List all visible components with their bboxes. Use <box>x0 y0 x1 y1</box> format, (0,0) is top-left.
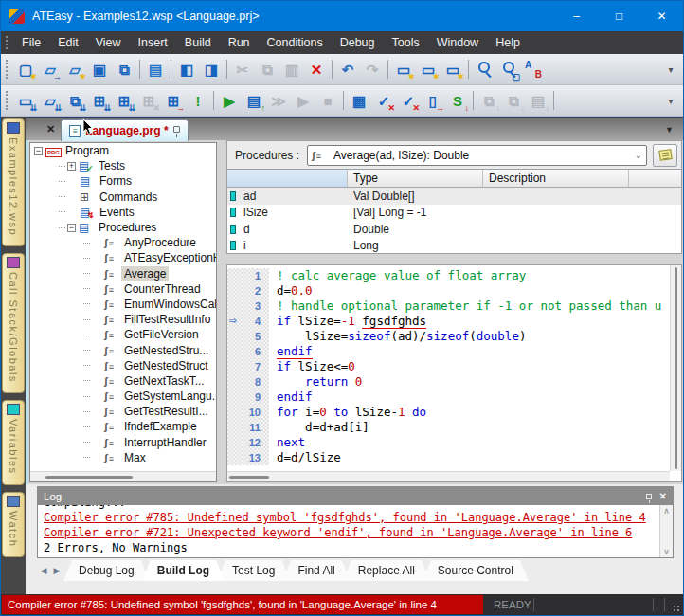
code-line-12[interactable]: 12next <box>227 435 670 450</box>
insert-child-item-icon[interactable]: ▭✶ <box>441 57 465 82</box>
new-workspace-icon[interactable]: ▱✶ <box>63 57 87 82</box>
log-tab-source-control[interactable]: Source Control <box>423 560 529 581</box>
tree-item-procedures[interactable]: −Procedures <box>30 220 216 235</box>
insert-datatable-icon[interactable]: ⊞⇊ <box>87 88 112 113</box>
code-line-7[interactable]: 7if lSize<=0 <box>227 359 670 374</box>
notes-button[interactable] <box>653 144 677 167</box>
menu-window[interactable]: Window <box>428 36 487 49</box>
tree-item-counterthread[interactable]: CounterThread <box>30 281 216 297</box>
code-line-8[interactable]: 8 return 0 <box>227 374 670 390</box>
combobox-chevron-icon[interactable]: ⌄ <box>635 150 642 160</box>
run-icon[interactable]: ▶ <box>217 88 242 113</box>
toolbar-overflow-icon-2[interactable]: ▾ <box>664 96 677 106</box>
tree-item-getnestedstruct[interactable]: GetNestedStruct <box>30 358 216 373</box>
properties-grid-icon[interactable]: ▦ <box>347 88 371 113</box>
log-tab-find-all[interactable]: Find All <box>282 560 350 581</box>
code-line-6[interactable]: 6endif <box>227 344 670 359</box>
code-line-9[interactable]: 9endif <box>227 390 670 405</box>
code-line-13[interactable]: 13d=d/lSize <box>227 450 670 465</box>
pin-icon[interactable] <box>173 126 180 133</box>
find-in-files-icon[interactable]: ▢ <box>496 57 521 82</box>
save-icon[interactable]: ▣ <box>87 57 112 82</box>
delete-icon[interactable]: ✕ <box>304 57 329 82</box>
insert-tasks-icon[interactable]: ⧉⇊ <box>63 88 87 113</box>
log-tab-test-log[interactable]: Test Log <box>217 560 290 581</box>
menu-build[interactable]: Build <box>176 36 220 49</box>
open-file-icon[interactable]: ▱→ <box>38 57 63 82</box>
tree-expander-icon[interactable]: + <box>67 162 76 171</box>
parameter-row-lSize[interactable]: lSize[Val] Long = -1 <box>227 205 681 222</box>
export-datatable-icon[interactable]: ⊞→ <box>161 88 186 113</box>
log-tab-debug-log[interactable]: Debug Log <box>63 560 150 581</box>
log-tab-build-log[interactable]: Build Log <box>142 560 225 581</box>
tree-item-program[interactable]: −Program <box>30 143 216 158</box>
tree-editor-splitter[interactable] <box>217 142 226 482</box>
maximize-button-icon[interactable]: □ <box>598 1 640 31</box>
code-line-5[interactable]: 5 lSize=sizeof(ad)/sizeof(double) <box>227 329 670 344</box>
code-line-2[interactable]: 2d=0.0 <box>227 283 670 299</box>
menu-debug[interactable]: Debug <box>332 36 384 49</box>
close-button-icon[interactable]: ✕ <box>640 1 683 31</box>
undo-icon[interactable]: ↶ <box>335 57 360 82</box>
editor-horizontal-scrollbar[interactable] <box>227 471 670 481</box>
scroll-down-icon[interactable]: ∨ <box>663 547 670 556</box>
parameter-row-d[interactable]: dDouble <box>227 221 681 238</box>
tree-item-ateasyexceptionh[interactable]: ATEasyExceptionH <box>30 250 216 265</box>
menu-edit[interactable]: Edit <box>49 36 87 49</box>
scroll-up-icon[interactable]: ∧ <box>663 506 670 516</box>
tree-item-filltestresultinfo[interactable]: FillTestResultInfo <box>30 312 216 327</box>
menu-insert[interactable]: Insert <box>130 36 176 49</box>
print-icon[interactable]: ▤ <box>143 57 168 82</box>
tabs-scroll-left-icon[interactable]: ◀ <box>37 561 50 580</box>
uncheck-all-icon[interactable]: ✓✕ <box>396 88 421 113</box>
sort-icon[interactable]: S↓ <box>445 88 470 113</box>
minimize-button-icon[interactable]: – <box>555 1 598 31</box>
grid-header-type[interactable]: Type <box>348 170 483 187</box>
code-line-3[interactable]: 3! handle optional parameter if -1 or no… <box>227 299 670 314</box>
view-module-pane-icon[interactable]: ◨ <box>199 57 224 82</box>
tree-item-max[interactable]: Max <box>30 450 216 465</box>
tab-language-prg[interactable]: ≡ Language.prg * <box>61 119 188 141</box>
grid-header-name[interactable] <box>227 170 348 187</box>
close-document-icon[interactable]: ✕ <box>46 123 55 136</box>
menu-run[interactable]: Run <box>220 36 259 49</box>
insert-datatables-icon[interactable]: ⊞⇊ <box>112 88 136 113</box>
tree-item-getnestedstru-[interactable]: GetNestedStru... <box>30 342 216 357</box>
log-tab-replace-all[interactable]: Replace All <box>343 560 430 581</box>
side-tab-examples12-wsp[interactable]: Examples12.wsp <box>2 118 25 246</box>
tree-item-tests[interactable]: +Tests <box>30 158 216 173</box>
tree-item-getsystemlangu-[interactable]: GetSystemLangu.. <box>30 389 216 404</box>
menu-drag-handle[interactable] <box>6 36 8 49</box>
log-pin-icon[interactable] <box>646 494 652 499</box>
menu-tools[interactable]: Tools <box>384 36 428 49</box>
toolbar-drag-handle[interactable] <box>6 60 8 79</box>
replace-icon[interactable] <box>521 57 546 82</box>
editor-vertical-scrollbar[interactable] <box>670 265 681 471</box>
new-file-icon[interactable]: ▢✶ <box>13 57 38 82</box>
check-syntax-icon[interactable]: ! <box>186 88 210 113</box>
side-tab-call-stack-globals[interactable]: Call Stack/Globals <box>2 253 25 393</box>
tab-overflow-icon[interactable]: ▼ <box>665 125 674 135</box>
tree-expander-icon[interactable]: − <box>34 147 43 155</box>
parameter-row-ad[interactable]: adVal Double[] <box>227 188 681 205</box>
tree-item-ifndefexample[interactable]: IfndefExample <box>30 419 216 434</box>
code-line-4[interactable]: ⇨4if lSize=-1 fgsdfghds <box>227 314 670 329</box>
tree-item-commands[interactable]: Commands <box>30 190 216 205</box>
view-workspace-pane-icon[interactable]: ◧ <box>174 57 199 82</box>
log-entry[interactable]: Compiler error #785: Undefined symbol 'f… <box>44 510 659 525</box>
run-module-icon[interactable]: ▤↑ <box>242 88 266 113</box>
log-entry[interactable]: Compiler error #721: Unexpected keyword … <box>44 525 659 540</box>
grid-header-description[interactable]: Description <box>483 170 629 187</box>
code-editor[interactable]: 1! calc average value of float array2d=0… <box>226 264 682 482</box>
procedure-combobox[interactable]: Average(ad, lSize): Double ⌄ <box>307 145 647 166</box>
menu-file[interactable]: File <box>13 36 49 49</box>
parameter-row-i[interactable]: iLong <box>227 238 681 255</box>
uncheck-item-icon[interactable]: ✓✕ <box>371 88 396 113</box>
code-line-10[interactable]: 10for i=0 to lSize-1 do <box>227 405 670 420</box>
insert-test-icon[interactable]: ▭⇊ <box>13 88 38 113</box>
toolbar-overflow-icon[interactable]: ▾ <box>664 64 677 75</box>
tree-item-getnexttaskt-[interactable]: GetNextTaskT... <box>30 373 216 389</box>
insert-item-icon[interactable]: ▭✶ <box>391 57 416 82</box>
menu-help[interactable]: Help <box>487 36 529 49</box>
insert-item-below-icon[interactable]: ▭✶ <box>416 57 441 82</box>
